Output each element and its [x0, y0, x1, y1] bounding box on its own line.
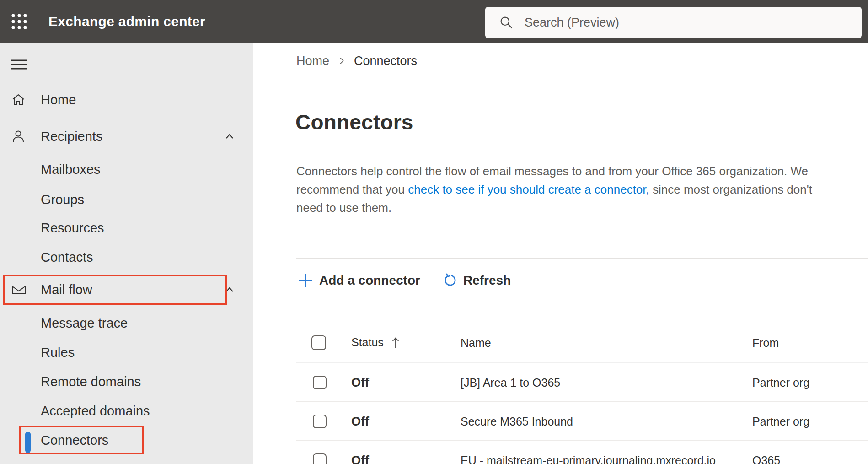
column-header-label: Status [351, 336, 384, 349]
select-all-checkbox[interactable] [311, 335, 326, 350]
breadcrumb: Home Connectors [296, 53, 417, 69]
description-text: recommend that you [296, 183, 408, 196]
envelope-icon [11, 282, 26, 297]
add-connector-button[interactable]: Add a connector [298, 273, 420, 288]
table-header-row: Status Name From [0, 323, 868, 362]
refresh-icon [442, 273, 457, 288]
from-cell: Partner org [752, 415, 809, 428]
hamburger-icon [10, 59, 27, 70]
name-cell: [JB] Area 1 to O365 [461, 376, 560, 389]
table-row[interactable]: Off EU - mailstream-eu-primary.journalin… [0, 441, 868, 464]
table-row[interactable]: Off [JB] Area 1 to O365 Partner org [0, 363, 868, 402]
toolbar-top-divider [296, 258, 868, 259]
sidebar-item-contacts[interactable]: Contacts [0, 243, 253, 272]
sidebar-item-label: Home [41, 92, 76, 108]
from-cell: O365 [752, 453, 780, 464]
breadcrumb-current: Connectors [354, 54, 417, 68]
top-app-bar: Exchange admin center [0, 0, 868, 43]
name-cell: EU - mailstream-eu-primary.journaling.mx… [461, 453, 716, 464]
app-title: Exchange admin center [48, 0, 205, 43]
row-checkbox[interactable] [313, 415, 327, 428]
page-title: Connectors [295, 110, 413, 135]
sort-ascending-icon [391, 336, 400, 350]
nav-collapse-button[interactable] [10, 59, 27, 70]
description-text: Connectors help control the flow of emai… [296, 164, 808, 178]
from-cell: Partner org [752, 376, 809, 389]
chevron-up-icon[interactable] [223, 283, 236, 296]
sidebar-item-recipients[interactable]: Recipients [0, 122, 253, 151]
plus-icon [298, 273, 313, 288]
sidebar-item-home[interactable]: Home [0, 85, 253, 114]
chevron-right-icon [337, 56, 347, 66]
sidebar-item-mailboxes[interactable]: Mailboxes [0, 155, 253, 184]
status-cell: Off [351, 375, 369, 389]
column-header-name[interactable]: Name [461, 336, 491, 349]
row-checkbox[interactable] [313, 376, 327, 389]
search-box[interactable] [485, 7, 862, 38]
chevron-up-icon[interactable] [223, 130, 236, 143]
exchange-admin-center-app: Exchange admin center Ho [0, 0, 868, 464]
description-line: Connectors help control the flow of emai… [296, 162, 868, 180]
person-icon [11, 129, 26, 144]
sidebar-item-groups[interactable]: Groups [0, 185, 253, 214]
sidebar-item-label: Mail flow [41, 282, 92, 297]
status-cell: Off [351, 453, 369, 464]
sidebar-item-mail-flow[interactable]: Mail flow [0, 275, 253, 304]
sidebar-item-resources[interactable]: Resources [0, 213, 253, 243]
sidebar-item-label: Contacts [41, 250, 93, 265]
add-connector-label: Add a connector [319, 273, 420, 288]
waffle-icon [10, 12, 28, 31]
description-line: need to use them. [296, 199, 868, 217]
table-row[interactable]: Off Secure M365 Inbound Partner org [0, 402, 868, 441]
status-cell: Off [351, 414, 369, 428]
column-header-from[interactable]: From [752, 336, 779, 349]
sidebar-item-label: Resources [41, 221, 104, 236]
breadcrumb-home-link[interactable]: Home [296, 54, 329, 68]
sidebar-item-label: Groups [41, 192, 84, 207]
refresh-button[interactable]: Refresh [442, 273, 511, 288]
row-checkbox[interactable] [313, 453, 327, 464]
search-input[interactable] [525, 16, 862, 30]
column-header-status[interactable]: Status [351, 336, 400, 350]
page-description: Connectors help control the flow of emai… [296, 162, 868, 217]
name-cell: Secure M365 Inbound [461, 415, 573, 428]
sidebar-item-label: Mailboxes [41, 162, 101, 177]
app-launcher-button[interactable] [7, 10, 31, 33]
sidebar-item-label: Recipients [41, 129, 102, 144]
home-icon [11, 92, 26, 107]
command-bar: Add a connector Refresh [298, 269, 511, 292]
description-line: recommend that you check to see if you s… [296, 180, 868, 199]
description-text: since most organizations don't [649, 183, 812, 196]
description-text: need to use them. [296, 201, 391, 215]
refresh-label: Refresh [463, 273, 511, 288]
search-icon [499, 15, 514, 30]
check-connector-link[interactable]: check to see if you should create a conn… [408, 183, 649, 196]
